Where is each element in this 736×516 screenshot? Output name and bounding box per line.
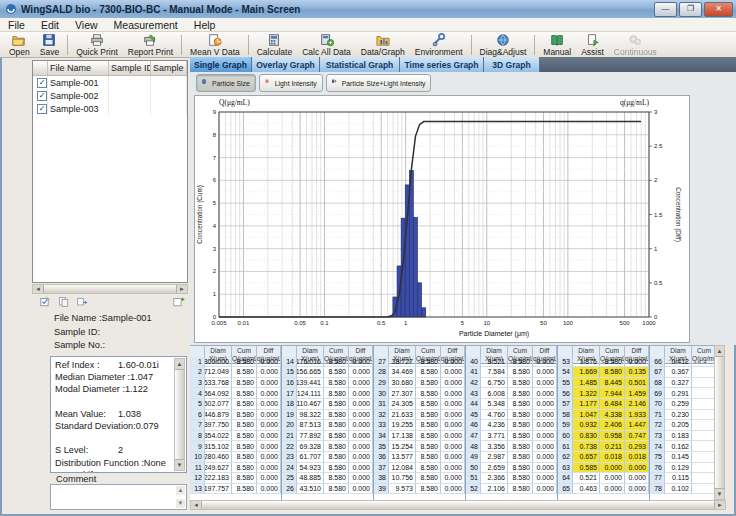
- row-checkbox[interactable]: ✓: [37, 91, 47, 101]
- results-vscrollbar[interactable]: ▲ ▼: [174, 358, 185, 471]
- cell-diff: 0.000: [257, 463, 281, 474]
- subtab-light-intensity[interactable]: Light Intensity: [259, 74, 323, 92]
- svg-text:1000: 1000: [642, 320, 656, 326]
- cell-diam: 5.348: [481, 399, 508, 410]
- export-add-button[interactable]: [173, 296, 186, 309]
- subtab-particle-size-light-intensity[interactable]: Particle Size+Light Intensity: [326, 74, 432, 92]
- title-bar: WingSALD bio - 7300-BIO-BC - Manual Mode…: [0, 0, 736, 18]
- calc-all-data-button[interactable]: Calc All Data: [297, 32, 356, 57]
- menu-file[interactable]: File: [0, 19, 33, 31]
- file-list[interactable]: File Name Sample ID Sample No. ✓Sample-0…: [32, 60, 188, 283]
- cell-no: 26: [282, 484, 297, 495]
- select-all-icon: [40, 296, 53, 309]
- scroll-down-icon[interactable]: ▼: [715, 489, 724, 499]
- cell-cum: [692, 378, 714, 389]
- cell-diam: 0.657: [573, 452, 600, 463]
- cell-cum: 8.580: [232, 473, 257, 484]
- menu-edit[interactable]: Edit: [33, 19, 67, 31]
- scroll-down-icon[interactable]: ▼: [175, 460, 184, 470]
- row-checkbox[interactable]: ✓: [37, 78, 47, 88]
- sample-id-cell: [109, 76, 151, 89]
- tab-overlay-graph[interactable]: Overlay Graph: [252, 57, 320, 72]
- cell-diam: 27.307: [389, 388, 416, 399]
- file-list-row[interactable]: ✓Sample-002: [33, 89, 187, 102]
- copy-data-button[interactable]: [76, 296, 89, 309]
- menu-help[interactable]: Help: [186, 19, 224, 31]
- sample-id-cell: [109, 89, 151, 102]
- cell-no: 77: [650, 473, 665, 484]
- scroll-left-icon[interactable]: ◄: [33, 285, 43, 293]
- select-all-button[interactable]: [40, 296, 53, 309]
- tab-single-graph[interactable]: Single Graph: [190, 57, 252, 72]
- svg-text:0.5: 0.5: [377, 320, 386, 326]
- calc-all-data-icon: [320, 33, 334, 47]
- mean-v-data-button[interactable]: Mean V Data: [185, 32, 245, 57]
- calculate-button[interactable]: Calculate: [252, 32, 297, 57]
- scroll-up-icon[interactable]: ▲: [176, 486, 185, 495]
- cell-no: 9: [190, 441, 205, 452]
- maximize-button[interactable]: ❐: [679, 2, 702, 17]
- cell-cum: 8.580: [416, 367, 441, 378]
- cell-no: 32: [374, 410, 389, 421]
- tab-time-series-graph[interactable]: Time series Graph: [400, 57, 484, 72]
- cell-no: 76: [650, 463, 665, 474]
- tab-3d-graph[interactable]: 3D Graph: [484, 57, 540, 72]
- file-list-row[interactable]: ✓Sample-003: [33, 102, 187, 115]
- menu-bar: FileEditViewMeasurementHelp: [0, 18, 736, 32]
- cell-cum: [692, 484, 714, 495]
- cell-no: 15: [282, 367, 297, 378]
- cell-diam: 0.412: [665, 357, 692, 368]
- save-button[interactable]: Save: [35, 32, 64, 57]
- menu-measurement[interactable]: Measurement: [106, 19, 186, 31]
- assist-button[interactable]: Assist: [576, 32, 609, 57]
- open-button[interactable]: Open: [4, 32, 35, 57]
- table-vscrollbar[interactable]: ▲ ▼: [714, 345, 725, 500]
- cell-cum: 8.580: [508, 378, 533, 389]
- cell-diff: 0.000: [625, 473, 649, 484]
- cell-cum: 8.580: [232, 388, 257, 399]
- tab-statistical-graph[interactable]: Statistical Graph: [320, 57, 400, 72]
- diag-adjust-button[interactable]: Diag&Adjust: [475, 32, 532, 57]
- row-checkbox[interactable]: ✓: [37, 104, 47, 114]
- quick-print-button[interactable]: Quick Print: [71, 32, 123, 57]
- cell-no: 48: [466, 441, 481, 452]
- scroll-up-icon[interactable]: ▲: [715, 346, 724, 356]
- cell-no: 64: [558, 473, 573, 484]
- file-list-row[interactable]: ✓Sample-001: [33, 76, 187, 89]
- table-hscrollbar[interactable]: ◄ ►: [190, 500, 726, 510]
- cell-no: 23: [282, 452, 297, 463]
- cell-no: 4: [190, 388, 205, 399]
- cell-diff: 0.000: [257, 484, 281, 495]
- report-print-button[interactable]: Report Print: [123, 32, 178, 57]
- scroll-down-icon[interactable]: ▼: [176, 499, 185, 508]
- cell-no: 42: [466, 378, 481, 389]
- scroll-left-icon[interactable]: ◄: [191, 501, 201, 509]
- cell-cum: 8.580: [232, 420, 257, 431]
- minimize-button[interactable]: —: [654, 2, 677, 17]
- scroll-right-icon[interactable]: ►: [715, 501, 725, 509]
- scroll-up-icon[interactable]: ▲: [175, 359, 184, 369]
- cell-cum: 8.580: [324, 484, 349, 495]
- comment-textarea[interactable]: ▲ ▼: [50, 484, 187, 510]
- cell-cum: 8.580: [232, 452, 257, 463]
- cell-diam: 21.633: [389, 410, 416, 421]
- close-button[interactable]: ✕: [704, 2, 733, 17]
- cell-cum: 8.580: [324, 452, 349, 463]
- menu-view[interactable]: View: [67, 19, 106, 31]
- cell-diff: 0.000: [441, 420, 465, 431]
- file-list-hscrollbar[interactable]: ◄ ►: [32, 284, 188, 294]
- scroll-right-icon[interactable]: ►: [177, 285, 187, 293]
- subtab-particle-size[interactable]: Particle Size: [196, 74, 256, 92]
- cell-cum: 8.580: [324, 441, 349, 452]
- copy-button[interactable]: [58, 296, 71, 309]
- cell-diam: 280.460: [205, 452, 232, 463]
- cell-diam: 17.138: [389, 431, 416, 442]
- cell-cum: [692, 463, 714, 474]
- cell-diam: 4.236: [481, 420, 508, 431]
- cell-no: 50: [466, 463, 481, 474]
- cell-diam: 0.327: [665, 378, 692, 389]
- environment-button[interactable]: Environment: [410, 32, 468, 57]
- data-graph-button[interactable]: Data/Graph: [356, 32, 410, 57]
- manual-button[interactable]: Manual: [538, 32, 576, 57]
- cell-no: 2: [190, 367, 205, 378]
